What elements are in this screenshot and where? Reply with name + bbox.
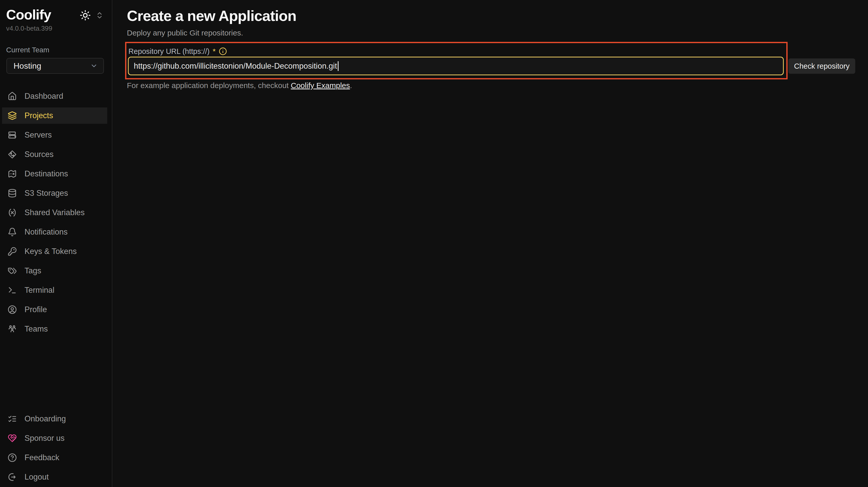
sidebar-top-icons bbox=[80, 10, 104, 21]
helper-text: For example application deployments, che… bbox=[127, 81, 352, 90]
team-select[interactable]: Hosting bbox=[6, 58, 104, 74]
repository-url-input[interactable]: https://github.com/illicitestonion/Modul… bbox=[128, 57, 784, 75]
heart-handshake-icon bbox=[8, 434, 17, 443]
chevrons-up-down-icon[interactable] bbox=[95, 11, 104, 20]
sidebar-item-sources[interactable]: Sources bbox=[2, 146, 107, 163]
sidebar-item-label: Destinations bbox=[25, 169, 68, 178]
sidebar-item-label: Profile bbox=[25, 305, 47, 314]
chevron-down-icon bbox=[90, 62, 98, 70]
map-x-icon bbox=[8, 169, 17, 178]
sidebar-item-keys-tokens[interactable]: Keys & Tokens bbox=[2, 243, 107, 260]
sidebar-item-label: Projects bbox=[25, 111, 53, 120]
app-version: v4.0.0-beta.399 bbox=[6, 25, 52, 32]
home-icon bbox=[8, 92, 17, 101]
sidebar-item-shared-variables[interactable]: Shared Variables bbox=[2, 204, 107, 221]
sidebar-item-label: Notifications bbox=[25, 227, 68, 237]
sidebar-item-label: S3 Storages bbox=[25, 189, 68, 198]
sidebar-item-label: Logout bbox=[25, 473, 49, 482]
sidebar-item-label: Terminal bbox=[25, 286, 54, 295]
page-title: Create a new Application bbox=[127, 7, 297, 24]
sidebar-item-projects[interactable]: Projects bbox=[2, 107, 107, 124]
sidebar-item-label: Sources bbox=[25, 150, 54, 159]
key-icon bbox=[8, 247, 17, 256]
current-team-label: Current Team bbox=[6, 46, 49, 54]
users-icon bbox=[8, 324, 17, 334]
sidebar-item-label: Feedback bbox=[25, 453, 59, 462]
sidebar-item-label: Shared Variables bbox=[25, 208, 85, 217]
required-asterisk: * bbox=[213, 47, 216, 56]
sidebar-item-sponsor-us[interactable]: Sponsor us bbox=[2, 430, 107, 447]
sidebar-item-feedback[interactable]: Feedback bbox=[2, 450, 107, 466]
sidebar-item-label: Sponsor us bbox=[25, 434, 65, 443]
team-select-value: Hosting bbox=[13, 61, 41, 71]
repository-url-label: Repository URL (https://) * bbox=[128, 47, 227, 56]
page-subtitle: Deploy any public Git repositories. bbox=[127, 29, 243, 37]
sidebar-item-label: Servers bbox=[25, 130, 52, 140]
sidebar-item-label: Dashboard bbox=[25, 92, 63, 101]
repository-url-value: https://github.com/illicitestonion/Modul… bbox=[134, 62, 337, 71]
coolify-examples-link[interactable]: Coolify Examples bbox=[291, 81, 350, 90]
check-repository-button[interactable]: Check repository bbox=[788, 59, 855, 74]
helper-suffix: . bbox=[350, 81, 352, 90]
sidebar-item-label: Tags bbox=[25, 266, 41, 275]
sidebar-item-label: Onboarding bbox=[25, 414, 66, 423]
sidebar-item-terminal[interactable]: Terminal bbox=[2, 282, 107, 298]
git-source-icon bbox=[8, 150, 17, 159]
sidebar-item-onboarding[interactable]: Onboarding bbox=[2, 411, 107, 427]
user-circle-icon bbox=[8, 305, 17, 314]
database-icon bbox=[8, 189, 17, 198]
theme-toggle-sun-icon[interactable] bbox=[80, 10, 91, 21]
coolify-app: Coolify v4.0.0-beta.399 Current Team Hos… bbox=[0, 0, 868, 487]
sidebar-item-tags[interactable]: Tags bbox=[2, 263, 107, 279]
help-circle-icon bbox=[8, 453, 17, 462]
sidebar-item-logout[interactable]: Logout bbox=[2, 469, 107, 485]
sidebar-item-teams[interactable]: Teams bbox=[2, 321, 107, 337]
sidebar-item-notifications[interactable]: Notifications bbox=[2, 224, 107, 240]
sidebar-item-s3-storages[interactable]: S3 Storages bbox=[2, 185, 107, 201]
sidebar-item-label: Teams bbox=[25, 324, 48, 334]
server-icon bbox=[8, 130, 17, 140]
layers-icon bbox=[8, 111, 17, 120]
helper-prefix: For example application deployments, che… bbox=[127, 81, 291, 90]
tags-icon bbox=[8, 266, 17, 275]
variable-icon bbox=[8, 208, 17, 217]
main-content: Create a new Application Deploy any publ… bbox=[112, 0, 868, 487]
sidebar-item-destinations[interactable]: Destinations bbox=[2, 166, 107, 182]
text-caret bbox=[338, 61, 339, 71]
logout-icon bbox=[8, 473, 17, 482]
app-logo: Coolify bbox=[6, 7, 51, 23]
bell-icon bbox=[8, 227, 17, 237]
sidebar-item-profile[interactable]: Profile bbox=[2, 301, 107, 318]
sidebar-item-dashboard[interactable]: Dashboard bbox=[2, 88, 107, 104]
sidebar-item-servers[interactable]: Servers bbox=[2, 127, 107, 143]
sidebar: Coolify v4.0.0-beta.399 Current Team Hos… bbox=[0, 0, 112, 487]
sidebar-nav: DashboardProjectsServersSourcesDestinati… bbox=[0, 88, 112, 340]
sidebar-item-label: Keys & Tokens bbox=[25, 247, 76, 256]
terminal-icon bbox=[8, 286, 17, 295]
repository-url-label-text: Repository URL (https://) bbox=[128, 47, 210, 56]
info-icon[interactable] bbox=[219, 47, 227, 55]
checklist-icon bbox=[8, 414, 17, 423]
sidebar-footer-nav: OnboardingSponsor usFeedbackLogout bbox=[0, 411, 112, 487]
